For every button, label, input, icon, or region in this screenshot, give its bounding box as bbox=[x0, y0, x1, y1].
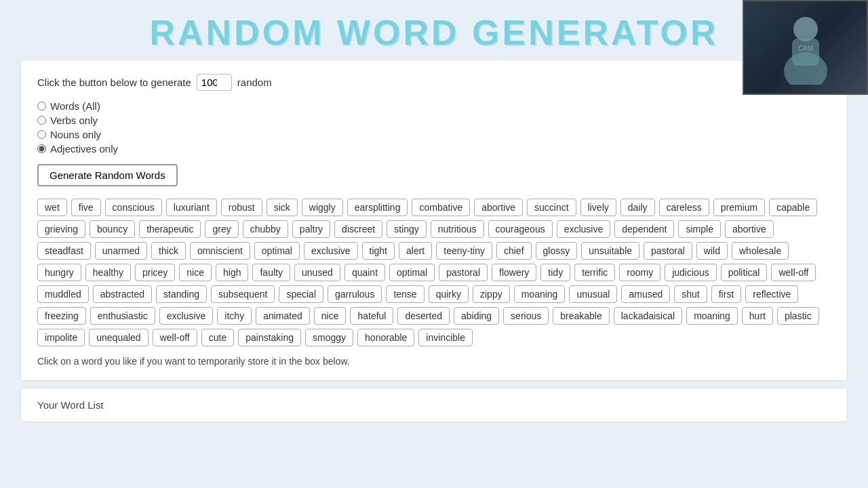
generate-button[interactable]: Generate Random Words bbox=[37, 164, 178, 186]
word-chip[interactable]: wild bbox=[696, 242, 728, 260]
word-chip[interactable]: high bbox=[216, 264, 248, 281]
word-chip[interactable]: serious bbox=[503, 307, 549, 325]
word-chip[interactable]: pastoral bbox=[644, 242, 692, 260]
word-chip[interactable]: optimal bbox=[254, 242, 300, 260]
word-chip[interactable]: shut bbox=[674, 285, 707, 303]
radio-verbs-input[interactable] bbox=[37, 116, 46, 125]
word-chip[interactable]: wet bbox=[37, 199, 67, 216]
word-chip[interactable]: exclusive bbox=[304, 242, 358, 260]
word-chip[interactable]: capable bbox=[769, 199, 817, 216]
word-chip[interactable]: paltry bbox=[292, 220, 330, 238]
word-chip[interactable]: plastic bbox=[777, 307, 819, 325]
word-chip[interactable]: conscious bbox=[105, 199, 162, 216]
word-chip[interactable]: unarmed bbox=[95, 242, 147, 260]
word-chip[interactable]: impolite bbox=[37, 329, 85, 346]
word-chip[interactable]: moaning bbox=[514, 285, 566, 303]
word-chip[interactable]: standing bbox=[156, 285, 207, 303]
word-chip[interactable]: exclusive bbox=[159, 307, 214, 325]
word-chip[interactable]: abstracted bbox=[93, 285, 152, 303]
word-chip[interactable]: chubby bbox=[243, 220, 288, 238]
word-chip[interactable]: unused bbox=[294, 264, 340, 281]
word-chip[interactable]: alert bbox=[399, 242, 432, 260]
word-chip[interactable]: daily bbox=[620, 199, 655, 216]
word-chip[interactable]: abiding bbox=[454, 307, 499, 325]
radio-words-all[interactable]: Words (All) bbox=[37, 100, 831, 112]
word-chip[interactable]: grey bbox=[205, 220, 238, 238]
word-chip[interactable]: cute bbox=[201, 329, 234, 346]
word-chip[interactable]: quirky bbox=[429, 285, 469, 303]
word-chip[interactable]: animated bbox=[256, 307, 310, 325]
word-chip[interactable]: omniscient bbox=[190, 242, 250, 260]
word-chip[interactable]: wholesale bbox=[732, 242, 789, 260]
word-chip[interactable]: therapeutic bbox=[139, 220, 201, 238]
word-chip[interactable]: pricey bbox=[135, 264, 175, 281]
word-chip[interactable]: well-off bbox=[771, 264, 816, 281]
word-chip[interactable]: nutritious bbox=[431, 220, 484, 238]
word-chip[interactable]: terrific bbox=[574, 264, 615, 281]
word-chip[interactable]: pastoral bbox=[439, 264, 488, 281]
word-chip[interactable]: abortive bbox=[474, 199, 523, 216]
word-chip[interactable]: healthy bbox=[85, 264, 131, 281]
word-chip[interactable]: courageous bbox=[488, 220, 553, 238]
word-chip[interactable]: optimal bbox=[389, 264, 435, 281]
word-chip[interactable]: lively bbox=[580, 199, 616, 216]
word-chip[interactable]: abortive bbox=[725, 220, 774, 238]
word-chip[interactable]: zippy bbox=[473, 285, 510, 303]
word-chip[interactable]: five bbox=[71, 199, 101, 216]
word-chip[interactable]: amused bbox=[621, 285, 670, 303]
word-chip[interactable]: hungry bbox=[37, 264, 81, 281]
word-chip[interactable]: garrulous bbox=[328, 285, 382, 303]
word-chip[interactable]: deserted bbox=[397, 307, 449, 325]
word-chip[interactable]: luxuriant bbox=[166, 199, 217, 216]
radio-adjectives-only[interactable]: Adjectives only bbox=[37, 143, 831, 155]
word-chip[interactable]: chief bbox=[496, 242, 532, 260]
word-chip[interactable]: tense bbox=[386, 285, 424, 303]
word-chip[interactable]: political bbox=[721, 264, 768, 281]
word-chip[interactable]: grieving bbox=[37, 220, 85, 238]
word-chip[interactable]: honorable bbox=[357, 329, 414, 346]
word-chip[interactable]: breakable bbox=[553, 307, 610, 325]
word-chip[interactable]: faulty bbox=[252, 264, 290, 281]
word-chip[interactable]: tight bbox=[362, 242, 395, 260]
word-chip[interactable]: succinct bbox=[527, 199, 576, 216]
word-chip[interactable]: invincible bbox=[418, 329, 473, 346]
word-chip[interactable]: roomy bbox=[619, 264, 660, 281]
word-chip[interactable]: special bbox=[279, 285, 323, 303]
word-chip[interactable]: itchy bbox=[217, 307, 252, 325]
word-chip[interactable]: smoggy bbox=[305, 329, 353, 346]
word-chip[interactable]: subsequent bbox=[211, 285, 275, 303]
radio-nouns-input[interactable] bbox=[37, 130, 46, 139]
word-chip[interactable]: teeny-tiny bbox=[436, 242, 492, 260]
word-chip[interactable]: thick bbox=[151, 242, 186, 260]
word-chip[interactable]: lackadaisical bbox=[614, 307, 682, 325]
word-chip[interactable]: dependent bbox=[614, 220, 674, 238]
word-chip[interactable]: nice bbox=[314, 307, 347, 325]
word-chip[interactable]: flowery bbox=[492, 264, 536, 281]
word-chip[interactable]: unsuitable bbox=[581, 242, 639, 260]
word-chip[interactable]: combative bbox=[412, 199, 470, 216]
radio-adjectives-input[interactable] bbox=[37, 144, 46, 153]
word-chip[interactable]: earsplitting bbox=[347, 199, 408, 216]
word-chip[interactable]: simple bbox=[678, 220, 720, 238]
word-chip[interactable]: robust bbox=[221, 199, 262, 216]
word-chip[interactable]: bouncy bbox=[90, 220, 135, 238]
word-chip[interactable]: freezing bbox=[37, 307, 86, 325]
word-chip[interactable]: judicious bbox=[665, 264, 716, 281]
word-chip[interactable]: premium bbox=[713, 199, 765, 216]
word-chip[interactable]: discreet bbox=[334, 220, 382, 238]
word-chip[interactable]: wiggly bbox=[302, 199, 343, 216]
word-chip[interactable]: sick bbox=[267, 199, 298, 216]
count-input[interactable] bbox=[197, 74, 232, 91]
word-chip[interactable]: enthusiastic bbox=[90, 307, 155, 325]
word-chip[interactable]: hurt bbox=[742, 307, 773, 325]
word-chip[interactable]: glossy bbox=[536, 242, 578, 260]
radio-nouns-only[interactable]: Nouns only bbox=[37, 129, 831, 140]
word-chip[interactable]: tidy bbox=[540, 264, 570, 281]
word-chip[interactable]: hateful bbox=[350, 307, 393, 325]
word-chip[interactable]: exclusive bbox=[557, 220, 611, 238]
word-chip[interactable]: steadfast bbox=[37, 242, 91, 260]
word-chip[interactable]: careless bbox=[659, 199, 709, 216]
word-chip[interactable]: nice bbox=[179, 264, 212, 281]
word-chip[interactable]: unequaled bbox=[89, 329, 148, 346]
word-chip[interactable]: quaint bbox=[344, 264, 385, 281]
